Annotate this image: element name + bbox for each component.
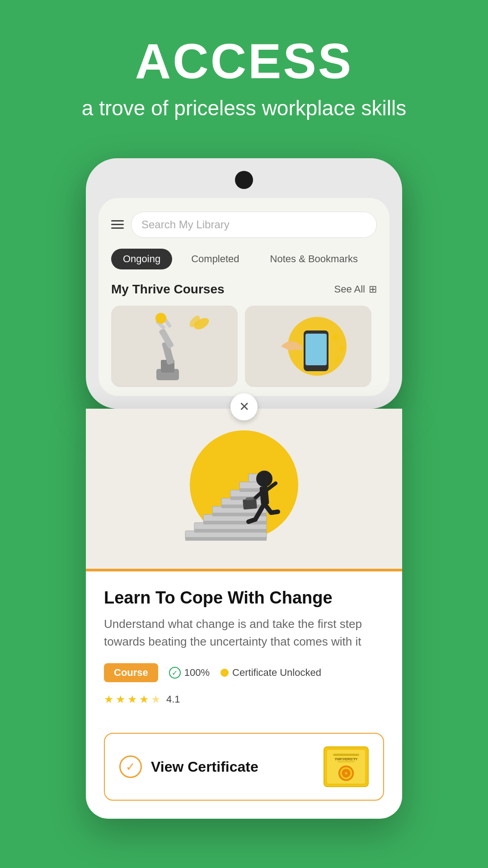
rating-value: 4.1 (166, 693, 180, 705)
svg-rect-26 (194, 529, 267, 533)
grid-icon: ⊞ (369, 283, 377, 295)
stairs-scene (86, 409, 402, 571)
hero-subtitle: a trove of priceless workplace skills (18, 95, 470, 122)
close-button[interactable]: ✕ (230, 393, 258, 420)
phone-mockup: Search My Library Ongoing Completed Note… (86, 158, 402, 409)
view-certificate-button[interactable]: ✓ View Certificate THR:VERS:TY ★ (104, 733, 384, 801)
cert-svg: THR:VERS:TY ★ (324, 747, 369, 786)
search-input[interactable]: Search My Library (131, 212, 377, 238)
popup-course-image (86, 409, 402, 571)
course-thumb-2[interactable] (245, 306, 371, 387)
tab-ongoing[interactable]: Ongoing (111, 249, 172, 269)
star-3: ★ (127, 693, 137, 706)
svg-line-37 (271, 512, 278, 513)
popup-meta: Course ✓ 100% Certificate Unlocked ★ ★ ★… (104, 663, 384, 706)
staircase-illustration (158, 413, 330, 567)
star-5: ★ (151, 693, 161, 706)
svg-rect-47 (338, 761, 355, 763)
section-header: My Thrive Courses See All ⊞ (111, 282, 377, 297)
certificate-label: Certificate Unlocked (232, 667, 321, 679)
svg-rect-27 (203, 521, 267, 524)
cert-check-icon: ✓ (119, 755, 142, 778)
phone-screen: Search My Library Ongoing Completed Note… (99, 198, 389, 396)
phone-illustration (245, 306, 371, 387)
see-all-label: See All (334, 283, 366, 295)
rating-meta: ★ ★ ★ ★ ★ 4.1 (104, 693, 180, 706)
svg-point-15 (339, 346, 345, 351)
svg-text:THR:VERS:TY: THR:VERS:TY (334, 757, 357, 761)
popup-course-title: Learn To Cope With Change (104, 588, 384, 609)
svg-rect-25 (185, 537, 267, 541)
popup-card: Learn To Cope With Change Understand wha… (86, 409, 402, 819)
star-rating: ★ ★ ★ ★ ★ (104, 693, 161, 706)
course-thumbnails (111, 306, 377, 387)
svg-point-32 (256, 471, 272, 487)
cert-button-left: ✓ View Certificate (119, 755, 258, 778)
svg-rect-13 (305, 334, 327, 365)
tab-notes-bookmarks[interactable]: Notes & Bookmarks (258, 249, 370, 269)
phone-frame: Search My Library Ongoing Completed Note… (86, 158, 402, 409)
svg-point-16 (335, 358, 340, 362)
filter-tabs: Ongoing Completed Notes & Bookmarks (111, 249, 377, 269)
hero-section: ACCESS a trove of priceless workplace sk… (0, 0, 488, 140)
menu-button[interactable] (111, 220, 124, 229)
cert-dot-icon (221, 669, 229, 677)
robot-arm-illustration (111, 306, 238, 387)
popup-course-desc: Understand what change is and take the f… (104, 615, 384, 651)
popup-info: Learn To Cope With Change Understand wha… (86, 571, 402, 724)
screen-content: Search My Library Ongoing Completed Note… (99, 198, 389, 396)
tab-completed[interactable]: Completed (179, 249, 251, 269)
svg-rect-41 (243, 499, 257, 510)
course-thumb-1[interactable] (111, 306, 238, 387)
check-icon: ✓ (169, 667, 181, 679)
svg-text:★: ★ (344, 771, 348, 776)
see-all-button[interactable]: See All ⊞ (334, 283, 377, 295)
star-2: ★ (116, 693, 126, 706)
cert-button-label: View Certificate (151, 759, 258, 775)
phone-camera (235, 171, 253, 189)
completion-meta: ✓ 100% (169, 667, 210, 679)
svg-point-7 (155, 313, 166, 324)
star-4: ★ (139, 693, 149, 706)
course-badge: Course (104, 663, 158, 682)
hero-title: ACCESS (18, 36, 470, 86)
svg-point-14 (332, 334, 339, 341)
certificate-meta: Certificate Unlocked (221, 667, 321, 679)
completion-value: 100% (184, 667, 210, 679)
search-placeholder: Search My Library (141, 218, 230, 231)
section-title: My Thrive Courses (111, 282, 225, 297)
star-1: ★ (104, 693, 114, 706)
search-row: Search My Library (111, 212, 377, 238)
svg-line-35 (249, 519, 255, 522)
certificate-thumbnail: THR:VERS:TY ★ (324, 746, 369, 787)
svg-rect-45 (333, 754, 359, 756)
